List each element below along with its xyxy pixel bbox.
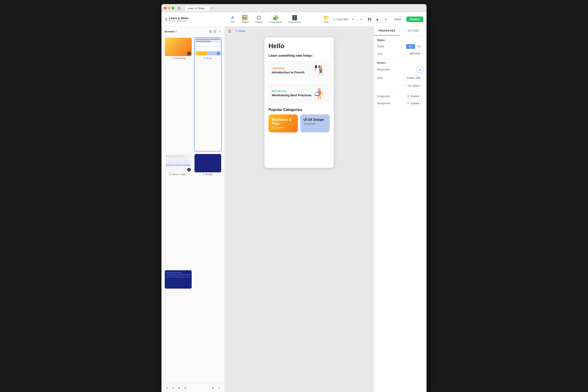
screen-section: Screen ℹ Responsive ⊞ State Create / Edi…	[377, 62, 423, 106]
screen-card-results[interactable]: 4. Results	[194, 154, 222, 268]
visible-yes[interactable]: Yes	[406, 44, 415, 49]
state-create-edit-button[interactable]: Create / Edit	[404, 75, 423, 80]
breadcrumb-home-icon[interactable]: 🏠	[228, 29, 231, 33]
color-clear-icon[interactable]: ×	[422, 52, 423, 56]
sb-action-1[interactable]: ⊡	[164, 385, 170, 390]
menu-icon[interactable]: ☰	[165, 17, 168, 21]
active-tab[interactable]: Learn & Shine ×	[185, 6, 210, 10]
popular-title: Popular Categories	[269, 108, 330, 112]
screen-card-home[interactable]: 2 2. Home	[194, 37, 222, 152]
shapes-tool-icon: ⬡	[257, 15, 261, 20]
preview-hello: Hello	[269, 42, 330, 50]
screens-actions: ⊞ ☰ ＋	[209, 29, 222, 34]
sb-more-button[interactable]: ▾	[216, 385, 222, 390]
screen-section-title: Screen ℹ	[377, 62, 423, 64]
responsive-grid-button[interactable]: ⊞	[417, 67, 423, 72]
zoom-label: Zoom 99%	[336, 18, 348, 21]
save-button[interactable]: 💾	[366, 16, 373, 23]
home-icon[interactable]: 🏠	[178, 6, 181, 10]
course-card-language-content: LANGUAGE Introduction to French	[272, 67, 304, 74]
svg-rect-7	[315, 65, 317, 68]
tool-shapes[interactable]: ⬡ Shapes	[253, 14, 264, 24]
sb-delete-button[interactable]: 🗑	[210, 385, 215, 390]
tool-data-source[interactable]: 🗄️ Data source	[287, 14, 302, 24]
svg-line-13	[321, 92, 323, 94]
screen-badge-french: 4	[187, 168, 191, 172]
course-card-webdesign[interactable]: WEB DESIGN Wireframing Best Practices	[269, 84, 330, 104]
browser-tabs: Learn & Shine × +	[185, 6, 213, 10]
screen-thumb-extra	[165, 270, 192, 288]
undo-button[interactable]: ↩	[350, 16, 356, 23]
background-control[interactable]: 👁 Current ▾	[405, 101, 423, 106]
breadcrumb-current[interactable]: 2. Home	[233, 28, 248, 33]
grid-view-button[interactable]: ⊞	[209, 29, 212, 34]
svg-line-15	[320, 95, 321, 99]
foreground-label: Foreground	[377, 95, 390, 98]
tool-images[interactable]: 🖼️ Images	[240, 14, 250, 24]
share-button[interactable]: Share	[391, 16, 405, 22]
close-button[interactable]	[164, 7, 167, 10]
list-view-button[interactable]: ☰	[213, 29, 217, 34]
screen-badge-home: 2	[217, 52, 220, 55]
tab-properties[interactable]: PROPERTIES	[374, 26, 400, 36]
tab-close-icon[interactable]: ×	[205, 7, 207, 10]
svg-line-4	[318, 73, 319, 76]
state-default-select[interactable]: ↗ No default ▾	[404, 84, 423, 88]
categories-grid: Meditation & Yoga 23 courses UI UX Desig…	[269, 114, 330, 132]
add-tab-button[interactable]: +	[211, 6, 213, 10]
course-tag-language: LANGUAGE	[272, 67, 304, 70]
sb-action-2[interactable]: ⊟	[170, 385, 176, 390]
tab-actions[interactable]: ACTIONS	[400, 26, 427, 36]
screen-card-french[interactable]: 4 3. French / Getti...	[164, 154, 192, 268]
images-tool-icon: 🖼️	[242, 15, 248, 20]
tool-text[interactable]: A Text	[229, 15, 236, 24]
color-swatch[interactable]	[405, 52, 409, 56]
svg-line-5	[322, 73, 323, 76]
panel-tabs: PROPERTIES ACTIONS	[374, 26, 427, 36]
data-source-tool-icon: 🗄️	[292, 15, 298, 20]
screen-thumb-home: 2	[194, 38, 221, 56]
screen-card-onboarding[interactable]: 5 1. Onboarding	[164, 37, 192, 152]
course-title-webdesign: Wireframing Best Practices	[272, 93, 312, 97]
foreground-row: Foreground 👁 Current ▾	[377, 94, 423, 98]
visible-label: Visible	[377, 45, 384, 48]
add-screen-button[interactable]: ＋	[218, 29, 222, 34]
visible-no[interactable]: No	[415, 44, 423, 49]
publish-button[interactable]: Publish	[406, 16, 423, 22]
visible-toggle[interactable]: Yes No	[406, 44, 423, 49]
state-default-row: ↗ No default ▾	[377, 84, 423, 88]
course-tag-webdesign: WEB DESIGN	[272, 90, 312, 92]
sb-action-right: 🗑 ▾	[210, 385, 222, 390]
traffic-lights	[164, 7, 174, 10]
sb-action-3[interactable]: ⊠	[177, 385, 182, 390]
responsive-row: Responsive ⊞	[377, 67, 423, 72]
redo-button[interactable]: ↪	[358, 16, 365, 23]
state-row: State Create / Edit	[377, 75, 423, 80]
main-layout: Screens ℹ ⊞ ☰ ＋ 5 1. Onboarding	[161, 26, 427, 392]
play-button[interactable]: ▶	[374, 16, 381, 23]
maximize-button[interactable]	[172, 7, 174, 10]
category-card-meditation[interactable]: Meditation & Yoga 23 courses	[269, 114, 298, 132]
state-label: State	[377, 76, 383, 79]
foreground-control[interactable]: 👁 Current ▾	[405, 94, 423, 98]
category-card-uiux[interactable]: UI UX Design 12 courses	[300, 114, 330, 132]
canvas-viewport: Hello Learn something new today: LANGUAG…	[225, 35, 374, 391]
course-card-language[interactable]: LANGUAGE Introduction to French	[269, 61, 330, 81]
play-dropdown-button[interactable]: ▾	[383, 16, 389, 23]
styles-chevron-icon: ⌄	[421, 39, 423, 42]
sb-action-4[interactable]: ⊞	[183, 385, 188, 390]
components-tool-label: Components	[269, 21, 282, 23]
screen-card-extra[interactable]	[164, 270, 192, 382]
text-tool-label: Text	[231, 20, 235, 23]
color-control: #FFFFFF ×	[405, 52, 423, 56]
cat-name-uiux: UI UX Design	[304, 118, 326, 122]
tool-components[interactable]: 🧩 Components	[268, 14, 284, 24]
screen-name-home: 2. Home	[203, 56, 213, 60]
app-window: 🏠 Learn & Shine × + ☰ Learn & Shine Mobi…	[161, 4, 427, 392]
tool-files[interactable]: 📁 Files	[322, 14, 331, 24]
minimize-button[interactable]	[168, 7, 170, 10]
screen-thumb-french: 4	[165, 154, 192, 172]
background-eye-icon: 👁	[407, 102, 410, 105]
screen-thumb-results	[194, 154, 221, 172]
components-tool-icon: 🧩	[273, 15, 279, 20]
